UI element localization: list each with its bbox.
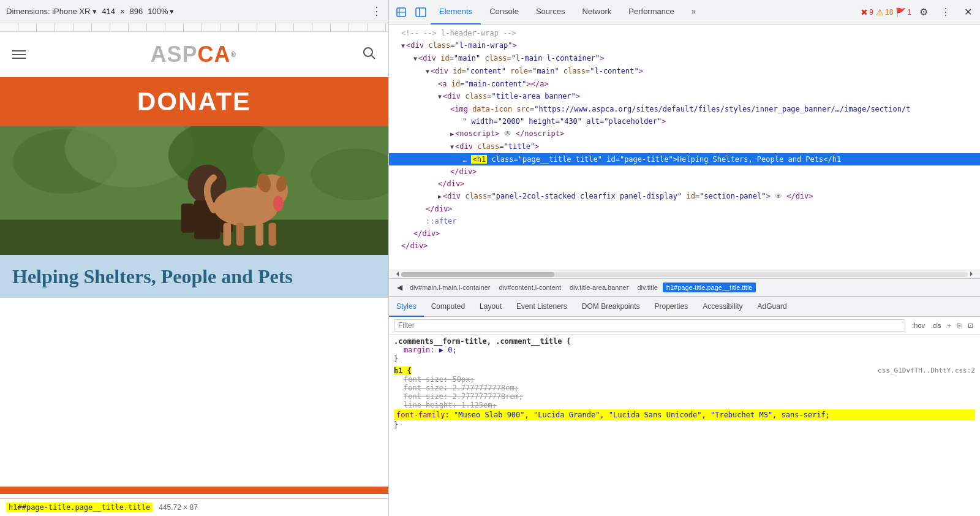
device-label: Dimensions: iPhone XR	[6, 7, 90, 16]
scroll-right-btn[interactable]	[968, 269, 975, 280]
error-icon: ✖	[861, 7, 868, 17]
cls-button[interactable]: .cls	[929, 321, 943, 330]
breadcrumb-title-area[interactable]: div.title-area.banner	[566, 283, 632, 292]
dom-line[interactable]: <a id="main-content"></a>	[389, 78, 980, 90]
svg-marker-27	[396, 271, 399, 276]
settings-icon: ⚙	[919, 6, 928, 18]
add-style-button[interactable]: +	[946, 321, 953, 330]
browser-more-button[interactable]: ⋮	[371, 4, 382, 18]
tab-elements[interactable]: Elements	[431, 0, 481, 25]
dom-line[interactable]: <img data-icon src="https://www.aspca.or…	[389, 103, 980, 115]
dom-line[interactable]: " width="2000" height="430" alt="placeho…	[389, 115, 980, 127]
scroll-left-btn[interactable]	[394, 269, 401, 280]
dom-tree[interactable]: <!-- --> l-header-wrap --> <div class="l…	[389, 25, 980, 270]
dom-line[interactable]: </div>	[389, 240, 980, 252]
search-button[interactable]	[361, 45, 376, 64]
dom-line[interactable]: <div class="title">	[389, 140, 980, 153]
logo-ca-text: CA	[198, 42, 231, 67]
more-icon: ⋮	[371, 4, 382, 18]
ruler	[0, 23, 388, 32]
dom-line[interactable]: </div>	[389, 227, 980, 240]
tab-console[interactable]: Console	[481, 0, 527, 25]
css-prop-font-size-1[interactable]: font-size: 50px;	[394, 375, 975, 384]
copy-button[interactable]: ⎘	[956, 321, 963, 330]
breadcrumb-title[interactable]: div.title	[633, 283, 661, 292]
expand-icon[interactable]	[450, 143, 454, 150]
styles-content[interactable]: .comments__form-title, .comment__title {…	[389, 335, 980, 487]
expand-icon[interactable]	[438, 93, 442, 100]
dom-line[interactable]: <!-- --> l-header-wrap -->	[389, 27, 980, 39]
css-prop-font-size-3[interactable]: font-size: 2.7777777778rem;	[394, 392, 975, 401]
hamburger-menu-button[interactable]	[12, 50, 26, 59]
tab-network[interactable]: Network	[574, 0, 620, 25]
css-rule-close: }	[394, 354, 975, 363]
helping-heading: Helping Shelters, People and Pets	[12, 265, 376, 288]
breadcrumb-content[interactable]: div#content.l-content	[495, 283, 565, 292]
devtools-more-button[interactable]: ⋮	[936, 2, 956, 22]
dom-pseudo-element[interactable]: ::after	[389, 215, 980, 227]
zoom-value: 100%	[148, 7, 168, 16]
breadcrumb-main[interactable]: div#main.l-main.l-container	[406, 283, 494, 292]
dom-line[interactable]: <noscript> 👁 </noscript>	[389, 127, 980, 140]
device-toggle-button[interactable]	[411, 2, 431, 22]
tab-computed[interactable]: Computed	[424, 297, 472, 317]
height-value: 896	[130, 7, 143, 16]
zoom-selector[interactable]: 100% ▾	[148, 7, 173, 16]
dom-line-selected[interactable]: … <h1 class="page__title title" id="page…	[389, 153, 980, 165]
svg-point-21	[273, 195, 284, 211]
css-property[interactable]: margin: ▶ 0;	[394, 346, 975, 354]
dom-line[interactable]: <div id="content" role="main" class="l-c…	[389, 65, 980, 78]
browser-dimensions: 414 × 896	[102, 7, 143, 16]
horizontal-scrollbar[interactable]	[389, 270, 980, 278]
hov-button[interactable]: :hov	[910, 321, 927, 330]
svg-point-0	[364, 48, 372, 56]
devtools-close-button[interactable]: ✕	[958, 2, 978, 22]
tab-styles[interactable]: Styles	[389, 297, 424, 317]
cursor-icon-button[interactable]	[391, 2, 411, 22]
tab-layout[interactable]: Layout	[472, 297, 509, 317]
expand-icon[interactable]	[426, 68, 429, 75]
width-value: 414	[102, 7, 115, 16]
devtools-more-icon: ⋮	[941, 6, 951, 18]
dom-line[interactable]: <div id="main" class="l-main l-container…	[389, 52, 980, 65]
css-rule-h1-selector[interactable]: h1 { css_G1DvfTH..DhttY.css:2	[394, 366, 975, 375]
dom-line[interactable]: <div class="l-main-wrap">	[389, 39, 980, 52]
tab-sources[interactable]: Sources	[527, 0, 574, 25]
css-prop-font-size-2[interactable]: font-size: 2.7777777778em;	[394, 384, 975, 392]
dom-line[interactable]: </div>	[389, 165, 980, 178]
breadcrumb-back-btn[interactable]: ◀	[393, 281, 406, 294]
browser-preview: Dimensions: iPhone XR ▾ 414 × 896 100% ▾…	[0, 0, 389, 516]
settings-button[interactable]: ⚙	[914, 2, 933, 22]
expand-icon[interactable]	[401, 42, 405, 49]
svg-rect-17	[224, 222, 232, 245]
css-prop-line-height[interactable]: line-height: 1.125em;	[394, 401, 975, 409]
styles-filter-input[interactable]	[394, 319, 905, 332]
expand-icon[interactable]	[413, 55, 417, 62]
tab-properties[interactable]: Properties	[647, 297, 696, 317]
pet-image	[0, 126, 388, 255]
tab-dom-breakpoints[interactable]: DOM Breakpoints	[575, 297, 647, 317]
hamburger-line-2	[12, 54, 26, 55]
svg-rect-11	[181, 203, 194, 233]
close-icon: ✕	[964, 6, 972, 18]
styles-filter-buttons: :hov .cls + ⎘ ⊡	[910, 321, 975, 330]
css-prop-font-family[interactable]: font-family: "Museo Slab 900", "Lucida G…	[394, 409, 975, 420]
dom-line[interactable]: </div>	[389, 203, 980, 215]
layout-button[interactable]: ⊡	[966, 321, 975, 330]
device-selector[interactable]: Dimensions: iPhone XR ▾	[6, 7, 97, 16]
dom-line[interactable]: </div>	[389, 178, 980, 190]
tab-performance[interactable]: Performance	[620, 0, 682, 25]
breadcrumb-h1[interactable]: h1#page-title.page__title.title	[663, 283, 756, 292]
expand-icon[interactable]	[450, 131, 454, 137]
tab-event-listeners[interactable]: Event Listeners	[509, 297, 575, 317]
scrollbar-thumb[interactable]	[401, 272, 554, 277]
mobile-header: ASPCA®	[0, 32, 388, 77]
scrollbar-track[interactable]	[401, 272, 968, 277]
tab-adguard[interactable]: AdGuard	[750, 297, 794, 317]
dom-line[interactable]: <div class="title-area banner">	[389, 90, 980, 103]
dom-line[interactable]: <div class="panel-2col-stacked clearfix …	[389, 190, 980, 203]
tab-more[interactable]: »	[683, 0, 704, 25]
css-rule-selector[interactable]: .comments__form-title, .comment__title {	[394, 337, 975, 346]
expand-icon[interactable]	[438, 193, 442, 200]
tab-accessibility[interactable]: Accessibility	[695, 297, 750, 317]
